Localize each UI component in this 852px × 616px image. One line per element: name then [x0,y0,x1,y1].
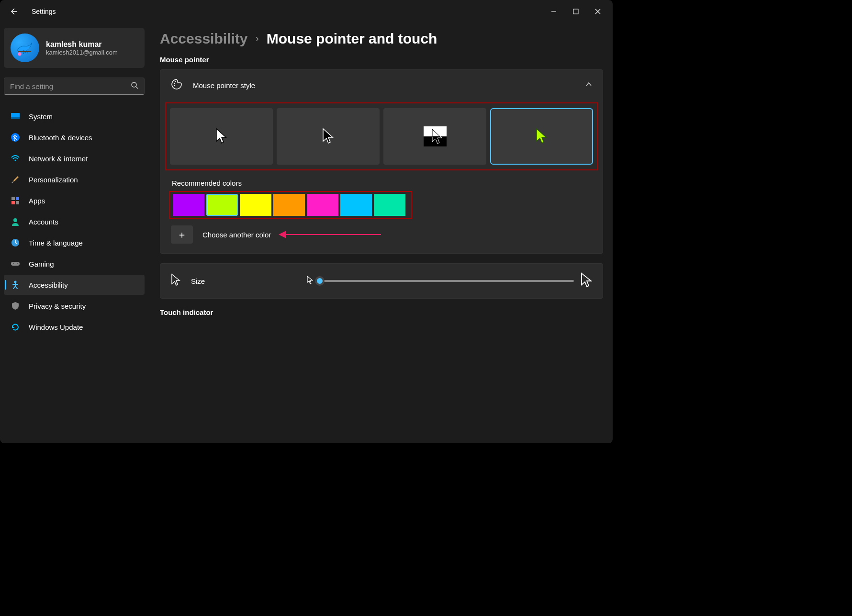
nav-label: Apps [29,197,45,205]
nav-label: Windows Update [29,323,83,331]
close-button[interactable] [587,4,609,19]
bluetooth-icon [11,133,20,142]
settings-window: Settings kamlesh kumar kamlesh2011@gmail… [0,0,613,443]
brush-icon [11,175,20,184]
nav-list: System Bluetooth & devices Network & int… [4,106,145,337]
size-card: Size [160,263,603,299]
size-label: Size [191,277,205,285]
nav-label: Accounts [29,218,58,226]
nav-label: Privacy & security [29,302,86,310]
main-content: Accessibility › Mouse pointer and touch … [148,23,613,443]
maximize-button[interactable] [565,4,587,19]
nav-label: Time & language [29,239,83,247]
svg-rect-11 [11,197,15,200]
breadcrumb: Accessibility › Mouse pointer and touch [160,31,603,47]
nav-label: Gaming [29,260,54,268]
color-swatch-3[interactable] [273,194,305,216]
svg-point-10 [15,160,16,161]
svg-point-19 [17,263,18,264]
page-title: Mouse pointer and touch [267,31,437,47]
choose-color-label: Choose another color [202,231,271,239]
svg-line-6 [136,87,138,89]
avatar [11,34,39,62]
color-swatch-1[interactable] [206,194,238,216]
cursor-large-icon [581,272,592,290]
shield-icon [11,301,20,311]
person-icon [11,217,20,226]
cursor-icon [171,273,180,289]
nav-privacy[interactable]: Privacy & security [4,296,145,316]
nav-network[interactable]: Network & internet [4,148,145,168]
nav-personalization[interactable]: Personalization [4,169,145,190]
svg-rect-14 [16,201,19,204]
nav-gaming[interactable]: Gaming [4,254,145,274]
nav-label: Accessibility [29,281,68,289]
nav-accounts[interactable]: Accounts [4,212,145,232]
nav-windows-update[interactable]: Windows Update [4,317,145,337]
pointer-style-inverted[interactable] [383,108,486,165]
choose-color-button[interactable]: ＋ [171,225,193,244]
gamepad-icon [11,259,20,269]
color-swatch-6[interactable] [374,194,405,216]
minimize-icon [551,9,557,14]
nav-bluetooth[interactable]: Bluetooth & devices [4,127,145,147]
search-input[interactable] [10,82,131,90]
user-email: kamlesh2011@gmail.com [46,49,118,56]
profile-card[interactable]: kamlesh kumar kamlesh2011@gmail.com [4,28,145,68]
user-name: kamlesh kumar [46,40,118,49]
svg-point-23 [174,85,175,86]
pointer-style-custom[interactable] [490,108,593,165]
color-swatch-2[interactable] [240,194,271,216]
annotation-arrow [285,234,381,235]
maximize-icon [573,9,579,14]
pointer-style-black[interactable] [277,108,380,165]
accessibility-icon [11,280,20,290]
pointer-style-white[interactable] [170,108,273,165]
svg-rect-17 [11,262,20,266]
slider-thumb[interactable] [315,276,325,286]
nav-accessibility[interactable]: Accessibility [4,275,145,295]
nav-label: Network & internet [29,155,88,163]
sidebar: kamlesh kumar kamlesh2011@gmail.com Syst… [0,23,148,443]
titlebar: Settings [0,0,613,23]
color-swatch-4[interactable] [307,194,338,216]
svg-point-5 [132,82,136,87]
search-icon [131,81,138,91]
color-swatch-5[interactable] [340,194,372,216]
section-touch-indicator: Touch indicator [160,308,603,316]
svg-rect-8 [11,117,20,119]
update-icon [11,322,20,332]
nav-system[interactable]: System [4,106,145,126]
wifi-icon [11,154,20,163]
apps-icon [11,196,20,205]
svg-point-20 [14,281,17,283]
nav-label: Personalization [29,176,78,184]
svg-point-15 [13,218,17,222]
svg-point-18 [13,263,14,264]
breadcrumb-parent[interactable]: Accessibility [160,31,247,47]
palette-icon [171,78,182,92]
svg-rect-12 [16,197,19,200]
search-box[interactable] [4,78,145,95]
svg-point-21 [174,83,175,84]
chevron-up-icon [585,81,592,90]
chevron-right-icon: › [255,33,258,45]
color-swatch-0[interactable] [173,194,204,216]
cursor-small-icon [306,275,313,287]
pointer-style-card: Mouse pointer style [160,69,603,254]
choose-color-row: ＋ Choose another color [165,225,598,244]
section-mouse-pointer: Mouse pointer [160,56,603,64]
plus-icon: ＋ [177,228,187,241]
nav-label: Bluetooth & devices [29,134,92,142]
size-slider[interactable] [320,280,574,282]
minimize-button[interactable] [543,4,565,19]
nav-time-language[interactable]: Time & language [4,233,145,253]
pointer-style-label: Mouse pointer style [193,81,575,90]
display-icon [11,112,20,121]
svg-rect-13 [11,201,15,204]
nav-apps[interactable]: Apps [4,190,145,211]
svg-point-22 [175,81,176,82]
back-button[interactable] [4,2,23,21]
svg-rect-1 [573,9,578,14]
pointer-style-header[interactable]: Mouse pointer style [160,70,603,101]
